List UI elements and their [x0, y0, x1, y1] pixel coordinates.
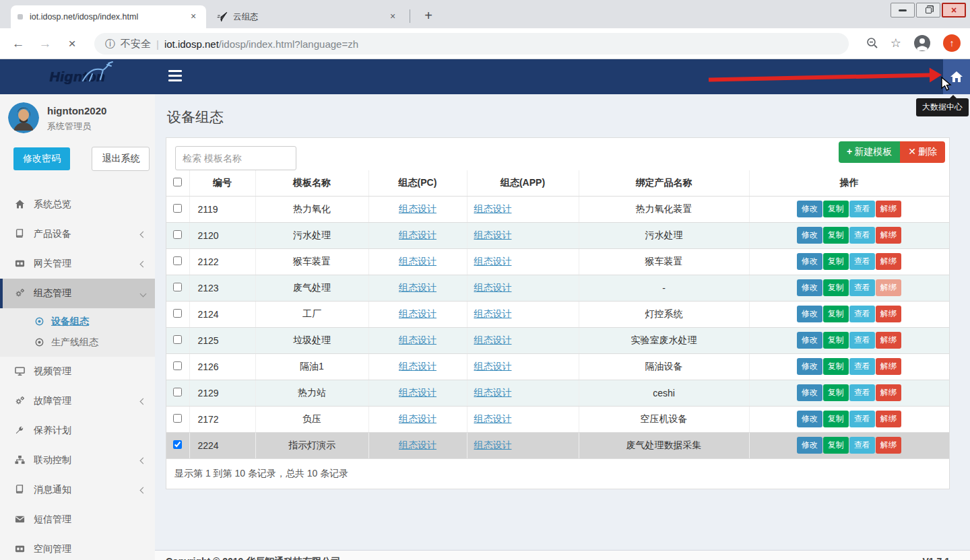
modify-button[interactable]: 修改 — [797, 279, 822, 296]
sidebar-item-gateway-management[interactable]: 网关管理 — [0, 249, 155, 279]
forward-button[interactable]: → — [36, 35, 54, 53]
sidebar-item-configuration-management[interactable]: 组态管理 — [0, 279, 155, 308]
view-button[interactable]: 查看 — [849, 227, 875, 244]
copy-button[interactable]: 复制 — [823, 384, 849, 401]
app-config-design-link[interactable]: 组态设计 — [474, 308, 512, 319]
window-close-button[interactable]: × — [942, 3, 966, 18]
copy-button[interactable]: 复制 — [823, 411, 849, 427]
view-button[interactable]: 查看 — [849, 306, 875, 322]
address-bar[interactable]: ⓘ 不安全 | iot.idosp.net/idosp/index.html?l… — [94, 33, 849, 55]
row-checkbox[interactable] — [173, 414, 182, 423]
browser-tab-current[interactable]: iot.idosp.net/idosp/index.html × — [11, 5, 206, 28]
view-button[interactable]: 查看 — [849, 358, 875, 375]
delete-button[interactable]: ✕删除 — [900, 141, 945, 163]
tab-close-icon[interactable]: × — [387, 11, 399, 23]
view-button[interactable]: 查看 — [849, 279, 875, 296]
copy-button[interactable]: 复制 — [823, 201, 849, 217]
view-button[interactable]: 查看 — [849, 437, 875, 454]
select-all-checkbox[interactable] — [173, 178, 182, 186]
row-checkbox[interactable] — [173, 361, 182, 370]
copy-button[interactable]: 复制 — [823, 306, 849, 322]
sidebar-item-product-device[interactable]: 产品设备 — [0, 219, 155, 249]
unbind-button[interactable]: 解绑 — [876, 358, 901, 375]
unbind-button[interactable]: 解绑 — [876, 384, 901, 401]
app-config-design-link[interactable]: 组态设计 — [474, 256, 512, 267]
app-config-design-link[interactable]: 组态设计 — [474, 361, 512, 372]
modify-button[interactable]: 修改 — [797, 437, 822, 454]
sidebar-item-linkage-control[interactable]: 联动控制 — [0, 446, 155, 475]
app-config-design-link[interactable]: 组态设计 — [474, 282, 512, 293]
copy-button[interactable]: 复制 — [823, 358, 849, 375]
copy-button[interactable]: 复制 — [823, 279, 849, 296]
pc-config-design-link[interactable]: 组态设计 — [399, 440, 437, 450]
copy-button[interactable]: 复制 — [823, 332, 849, 349]
pc-config-design-link[interactable]: 组态设计 — [399, 308, 437, 319]
profile-avatar-icon[interactable] — [913, 34, 931, 52]
sidebar-item-maintenance-plan[interactable]: 保养计划 — [0, 416, 155, 446]
app-config-design-link[interactable]: 组态设计 — [474, 335, 512, 345]
modify-button[interactable]: 修改 — [797, 358, 822, 375]
sidebar-item-video-management[interactable]: 视频管理 — [0, 357, 155, 386]
unbind-button[interactable]: 解绑 — [876, 437, 901, 454]
sidebar-item-fault-management[interactable]: 故障管理 — [0, 386, 155, 416]
back-button[interactable]: ← — [9, 35, 27, 53]
app-config-design-link[interactable]: 组态设计 — [474, 230, 512, 240]
pc-config-design-link[interactable]: 组态设计 — [399, 361, 437, 372]
row-checkbox[interactable] — [173, 309, 182, 318]
bookmark-star-icon[interactable]: ☆ — [891, 36, 901, 50]
row-checkbox[interactable] — [173, 335, 182, 344]
zoom-out-icon[interactable] — [866, 37, 878, 49]
browser-update-icon[interactable]: ↑ — [943, 34, 961, 52]
row-checkbox[interactable] — [173, 204, 182, 213]
pc-config-design-link[interactable]: 组态设计 — [399, 387, 437, 398]
unbind-button[interactable]: 解绑 — [876, 279, 901, 296]
row-checkbox[interactable] — [173, 256, 182, 265]
pc-config-design-link[interactable]: 组态设计 — [399, 282, 437, 293]
modify-button[interactable]: 修改 — [797, 411, 822, 427]
row-checkbox[interactable] — [173, 440, 182, 449]
sidebar-item-space-management[interactable]: 空间管理 — [0, 534, 155, 560]
app-config-design-link[interactable]: 组态设计 — [474, 413, 512, 424]
modify-button[interactable]: 修改 — [797, 227, 822, 244]
copy-button[interactable]: 复制 — [823, 227, 849, 244]
pc-config-design-link[interactable]: 组态设计 — [399, 413, 437, 424]
new-template-button[interactable]: +新建模板 — [839, 141, 900, 163]
pc-config-design-link[interactable]: 组态设计 — [399, 256, 437, 267]
sidebar-item-message-notification[interactable]: 消息通知 — [0, 475, 155, 505]
sidebar-toggle-button[interactable] — [168, 70, 182, 81]
sidebar-subitem-device-configuration[interactable]: 设备组态 — [0, 311, 155, 332]
template-search-input[interactable] — [175, 146, 296, 170]
pc-config-design-link[interactable]: 组态设计 — [399, 203, 437, 214]
modify-button[interactable]: 修改 — [797, 384, 822, 401]
modify-button[interactable]: 修改 — [797, 332, 822, 349]
sidebar-subitem-production-line-configuration[interactable]: 生产线组态 — [0, 332, 155, 353]
modify-button[interactable]: 修改 — [797, 306, 822, 322]
info-icon[interactable]: ⓘ — [105, 38, 115, 50]
new-tab-button[interactable]: + — [419, 7, 438, 26]
copy-button[interactable]: 复制 — [823, 437, 849, 454]
modify-button[interactable]: 修改 — [797, 201, 822, 217]
unbind-button[interactable]: 解绑 — [876, 227, 901, 244]
logout-button[interactable]: 退出系统 — [92, 147, 150, 171]
row-checkbox[interactable] — [173, 283, 182, 291]
pc-config-design-link[interactable]: 组态设计 — [399, 335, 437, 345]
view-button[interactable]: 查看 — [849, 201, 875, 217]
browser-tab-cloud-config[interactable]: 云组态 × — [210, 5, 406, 28]
tab-close-icon[interactable]: × — [187, 11, 199, 23]
change-password-button[interactable]: 修改密码 — [13, 147, 70, 170]
sidebar-item-system-overview[interactable]: 系统总览 — [0, 190, 155, 219]
app-config-design-link[interactable]: 组态设计 — [474, 440, 512, 450]
unbind-button[interactable]: 解绑 — [876, 201, 901, 217]
row-checkbox[interactable] — [173, 230, 182, 239]
row-checkbox[interactable] — [173, 388, 182, 396]
app-config-design-link[interactable]: 组态设计 — [474, 387, 512, 398]
unbind-button[interactable]: 解绑 — [876, 332, 901, 349]
view-button[interactable]: 查看 — [849, 332, 875, 349]
pc-config-design-link[interactable]: 组态设计 — [399, 230, 437, 240]
unbind-button[interactable]: 解绑 — [876, 253, 901, 270]
view-button[interactable]: 查看 — [849, 411, 875, 427]
window-minimize-button[interactable] — [891, 3, 915, 18]
view-button[interactable]: 查看 — [849, 384, 875, 401]
app-config-design-link[interactable]: 组态设计 — [474, 203, 512, 214]
view-button[interactable]: 查看 — [849, 253, 875, 270]
